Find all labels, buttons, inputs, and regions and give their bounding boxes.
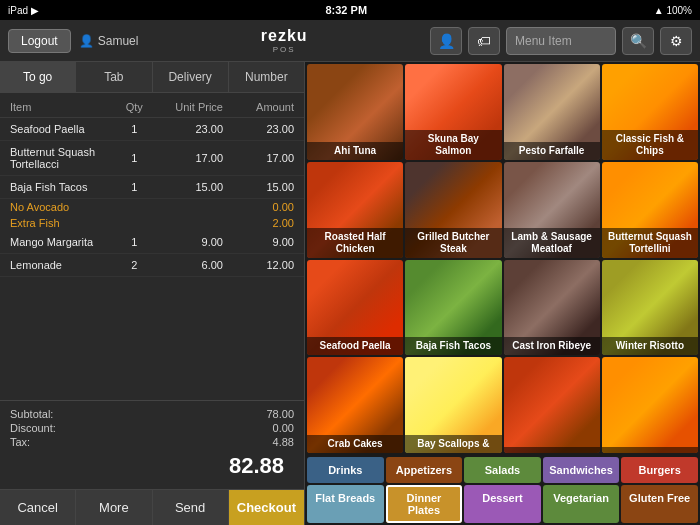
menu-item-ahi-tuna[interactable]: Ahi Tuna: [307, 64, 403, 160]
menu-item-label: Roasted Half Chicken: [307, 228, 403, 258]
menu-item-label: Ahi Tuna: [307, 142, 403, 160]
tab-number[interactable]: Number: [229, 62, 304, 92]
discount-row: Discount: 0.00: [10, 421, 294, 435]
category-salads[interactable]: Salads: [464, 457, 541, 483]
send-button[interactable]: Send: [153, 490, 229, 525]
status-bar: iPad ▶ 8:32 PM ▲ 100%: [0, 0, 700, 20]
header-icons: 👤 🏷 🔍 ⚙: [430, 27, 692, 55]
category-burgers[interactable]: Burgers: [621, 457, 698, 483]
category-drinks[interactable]: Drinks: [307, 457, 384, 483]
order-type-tabs: To go Tab Delivery Number: [0, 62, 304, 93]
cancel-button[interactable]: Cancel: [0, 490, 76, 525]
menu-item-baja-fish[interactable]: Baja Fish Tacos: [405, 260, 501, 356]
ipad-label: iPad ▶: [8, 5, 39, 16]
menu-item-half-chicken[interactable]: Roasted Half Chicken: [307, 162, 403, 258]
col-header-qty: Qty: [117, 101, 153, 113]
menu-search-input[interactable]: [506, 27, 616, 55]
menu-item-label: Cast Iron Ribeye: [504, 337, 600, 355]
menu-item-label: Winter Risotto: [602, 337, 698, 355]
tax-value: 4.88: [273, 436, 294, 448]
tax-row: Tax: 4.88: [10, 435, 294, 449]
main-layout: To go Tab Delivery Number Item Qty Unit …: [0, 62, 700, 525]
modifier-row: Extra Fish 2.00: [0, 215, 304, 231]
header: Logout 👤 Samuel rezku POS 👤 🏷 🔍 ⚙: [0, 20, 700, 62]
col-header-item: Item: [10, 101, 117, 113]
user-label: 👤 Samuel: [79, 34, 139, 48]
right-panel: Ahi Tuna Skuna Bay Salmon Pesto Farfalle…: [305, 62, 700, 525]
table-row[interactable]: Baja Fish Tacos 1 15.00 15.00: [0, 176, 304, 199]
menu-item-winter-risotto[interactable]: Winter Risotto: [602, 260, 698, 356]
category-row-2: Flat Breads Dinner Plates Dessert Vegeta…: [307, 485, 698, 523]
menu-item-butternut-tortellini[interactable]: Butternut Squash Tortellini: [602, 162, 698, 258]
menu-item-label: Pesto Farfalle: [504, 142, 600, 160]
col-header-amount: Amount: [223, 101, 294, 113]
item-name: Seafood Paella: [10, 123, 117, 135]
menu-item-crab-cakes[interactable]: Crab Cakes: [307, 357, 403, 453]
logout-button[interactable]: Logout: [8, 29, 71, 53]
tab-to-go[interactable]: To go: [0, 62, 76, 92]
item-qty: 1: [117, 236, 153, 248]
menu-item-lamb-sausage[interactable]: Lamb & Sausage Meatloaf: [504, 162, 600, 258]
modifier-price: 0.00: [199, 201, 294, 213]
item-price: 15.00: [152, 181, 223, 193]
item-amount: 23.00: [223, 123, 294, 135]
modifier-name: No Avocado: [10, 201, 199, 213]
item-price: 9.00: [152, 236, 223, 248]
modifier-name: Extra Fish: [10, 217, 199, 229]
tag-icon-button[interactable]: 🏷: [468, 27, 500, 55]
category-vegetarian[interactable]: Vegetarian: [543, 485, 620, 523]
profile-icon-button[interactable]: 👤: [430, 27, 462, 55]
discount-value: 0.00: [273, 422, 294, 434]
pos-label: POS: [146, 45, 422, 54]
modifier-price: 2.00: [199, 217, 294, 229]
table-row[interactable]: Seafood Paella 1 23.00 23.00: [0, 118, 304, 141]
table-row[interactable]: Butternut Squash Tortellacci 1 17.00 17.…: [0, 141, 304, 176]
category-dinner-plates[interactable]: Dinner Plates: [386, 485, 463, 523]
menu-item-skuna-bay[interactable]: Skuna Bay Salmon: [405, 64, 501, 160]
menu-item-label: Classic Fish & Chips: [602, 130, 698, 160]
category-flatbreads[interactable]: Flat Breads: [307, 485, 384, 523]
gear-icon-button[interactable]: ⚙: [660, 27, 692, 55]
menu-item-butcher-steak[interactable]: Grilled Butcher Steak: [405, 162, 501, 258]
item-qty: 1: [117, 181, 153, 193]
item-price: 17.00: [152, 152, 223, 164]
discount-label: Discount:: [10, 422, 56, 434]
tab-delivery[interactable]: Delivery: [153, 62, 229, 92]
table-row[interactable]: Lemonade 2 6.00 12.00: [0, 254, 304, 277]
item-name: Baja Fish Tacos: [10, 181, 117, 193]
item-price: 23.00: [152, 123, 223, 135]
more-button[interactable]: More: [76, 490, 152, 525]
category-gluten-free[interactable]: Gluten Free: [621, 485, 698, 523]
status-left: iPad ▶: [8, 5, 39, 16]
item-name: Lemonade: [10, 259, 117, 271]
table-header: Item Qty Unit Price Amount: [0, 97, 304, 118]
menu-item-empty-1[interactable]: [504, 357, 600, 453]
menu-item-pesto[interactable]: Pesto Farfalle: [504, 64, 600, 160]
menu-item-bay-scallops[interactable]: Bay Scallops &: [405, 357, 501, 453]
tab-tab[interactable]: Tab: [76, 62, 152, 92]
search-icon-button[interactable]: 🔍: [622, 27, 654, 55]
checkout-button[interactable]: Checkout: [229, 490, 304, 525]
subtotal-value: 78.00: [266, 408, 294, 420]
item-qty: 1: [117, 152, 153, 164]
menu-item-label: Seafood Paella: [307, 337, 403, 355]
menu-item-seafood-paella[interactable]: Seafood Paella: [307, 260, 403, 356]
menu-item-label: Grilled Butcher Steak: [405, 228, 501, 258]
category-appetizers[interactable]: Appetizers: [386, 457, 463, 483]
menu-item-label: [504, 447, 600, 453]
category-dessert[interactable]: Dessert: [464, 485, 541, 523]
category-sandwiches[interactable]: Sandwiches: [543, 457, 620, 483]
menu-item-empty-2[interactable]: [602, 357, 698, 453]
item-name: Mango Margarita: [10, 236, 117, 248]
item-qty: 2: [117, 259, 153, 271]
menu-item-label: Baja Fish Tacos: [405, 337, 501, 355]
menu-item-label: Crab Cakes: [307, 435, 403, 453]
menu-item-cast-iron[interactable]: Cast Iron Ribeye: [504, 260, 600, 356]
item-name: Butternut Squash Tortellacci: [10, 146, 117, 170]
user-icon: 👤: [79, 34, 94, 48]
subtotal-label: Subtotal:: [10, 408, 53, 420]
menu-item-fish-chips[interactable]: Classic Fish & Chips: [602, 64, 698, 160]
category-section: Drinks Appetizers Salads Sandwiches Burg…: [305, 455, 700, 525]
grand-total: 82.88: [10, 449, 294, 483]
table-row[interactable]: Mango Margarita 1 9.00 9.00: [0, 231, 304, 254]
